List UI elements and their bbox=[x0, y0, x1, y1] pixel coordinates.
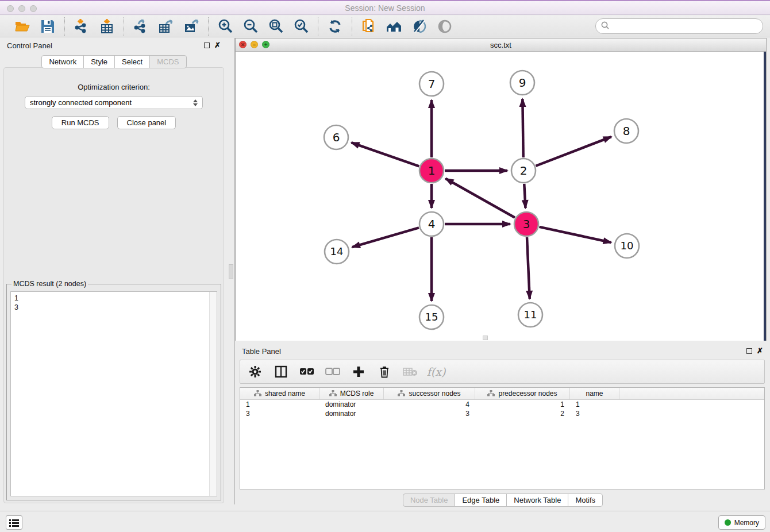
duplicate-network-icon[interactable] bbox=[360, 18, 378, 35]
node-6[interactable]: 6 bbox=[324, 125, 348, 149]
edge-2-9[interactable] bbox=[522, 99, 523, 157]
close-panel-icon[interactable]: ✗ bbox=[214, 43, 221, 48]
add-column-icon[interactable] bbox=[351, 364, 367, 380]
column-header-MCDS-role[interactable]: MCDS role bbox=[319, 388, 384, 399]
maximize-network-icon[interactable]: ＋ bbox=[262, 41, 270, 48]
minimize-network-icon[interactable]: − bbox=[251, 41, 258, 48]
column-header-predecessor-nodes[interactable]: predecessor nodes bbox=[475, 388, 570, 399]
edge-4-14[interactable] bbox=[352, 228, 419, 247]
svg-text:1: 1 bbox=[428, 164, 436, 178]
zoom-in-icon[interactable] bbox=[217, 18, 234, 35]
split-panel-icon[interactable] bbox=[273, 364, 289, 380]
cell-successor-nodes[interactable]: 3 bbox=[384, 409, 475, 418]
close-network-icon[interactable]: ✕ bbox=[239, 41, 247, 48]
select-all-icon[interactable] bbox=[299, 364, 315, 380]
node-3[interactable]: 3 bbox=[514, 212, 538, 236]
window-controls[interactable] bbox=[7, 5, 37, 12]
refresh-icon[interactable] bbox=[326, 18, 344, 35]
tab-node-table[interactable]: Node Table bbox=[403, 494, 456, 507]
tab-network-table[interactable]: Network Table bbox=[506, 494, 568, 507]
delete-icon[interactable] bbox=[376, 364, 392, 380]
network-overview-icon[interactable] bbox=[386, 18, 403, 35]
cell-shared-name[interactable]: 3 bbox=[240, 409, 319, 418]
export-image-icon[interactable] bbox=[183, 18, 200, 35]
close-panel-button[interactable]: Close panel bbox=[117, 116, 176, 129]
cell-MCDS-role[interactable]: dominator bbox=[319, 409, 384, 418]
edge-1-6[interactable] bbox=[351, 142, 419, 166]
close-window-icon[interactable] bbox=[7, 5, 14, 12]
edge-2-3[interactable] bbox=[524, 184, 525, 208]
network-graph[interactable]: 7968124314101511 bbox=[236, 52, 767, 341]
function-builder-icon[interactable]: f(x) bbox=[428, 364, 444, 380]
node-table[interactable]: shared nameMCDS rolesuccessor nodesprede… bbox=[240, 387, 765, 489]
deselect-all-icon[interactable] bbox=[325, 364, 341, 380]
node-10[interactable]: 10 bbox=[615, 234, 639, 258]
node-8[interactable]: 8 bbox=[614, 119, 638, 143]
cell-predecessor-nodes[interactable]: 1 bbox=[475, 400, 570, 409]
search-input[interactable] bbox=[610, 22, 763, 30]
eye-icon[interactable] bbox=[436, 18, 453, 35]
zoom-selected-icon[interactable] bbox=[292, 18, 310, 35]
node-11[interactable]: 11 bbox=[518, 303, 542, 327]
cell-MCDS-role[interactable]: dominator bbox=[319, 400, 384, 409]
hide-panel-icon[interactable] bbox=[411, 18, 428, 35]
panel-splitter[interactable] bbox=[228, 38, 235, 504]
edge-2-8[interactable] bbox=[536, 137, 611, 166]
mcds-result-list[interactable]: 13 bbox=[10, 291, 217, 496]
network-scrollbar[interactable] bbox=[764, 52, 766, 341]
resize-grip[interactable] bbox=[483, 336, 488, 340]
table-row[interactable]: 3dominator323 bbox=[240, 409, 764, 418]
delete-table-icon[interactable] bbox=[402, 364, 418, 380]
zoom-fit-icon[interactable] bbox=[267, 18, 284, 35]
network-canvas[interactable]: 7968124314101511 bbox=[236, 52, 766, 341]
minimize-window-icon[interactable] bbox=[18, 5, 25, 12]
app-title-bar: Session: New Session bbox=[0, 0, 770, 15]
cell-shared-name[interactable]: 1 bbox=[240, 400, 319, 409]
open-folder-icon[interactable] bbox=[14, 18, 31, 35]
cell-successor-nodes[interactable]: 4 bbox=[384, 400, 475, 409]
tab-network[interactable]: Network bbox=[41, 55, 84, 68]
criterion-dropdown[interactable]: strongly connected component bbox=[25, 96, 203, 109]
import-table-icon[interactable] bbox=[98, 18, 116, 35]
export-table-icon[interactable] bbox=[157, 18, 175, 35]
export-network-icon[interactable] bbox=[132, 18, 149, 35]
tab-edge-table[interactable]: Edge Table bbox=[455, 494, 507, 507]
node-7[interactable]: 7 bbox=[419, 72, 444, 96]
node-4[interactable]: 4 bbox=[419, 212, 444, 236]
memory-button[interactable]: Memory bbox=[718, 515, 765, 530]
run-mcds-button[interactable]: Run MCDS bbox=[52, 116, 109, 129]
column-header-successor-nodes[interactable]: successor nodes bbox=[384, 388, 475, 399]
zoom-window-icon[interactable] bbox=[30, 5, 37, 12]
float-table-panel-icon[interactable] bbox=[746, 348, 752, 354]
result-scrollbar[interactable] bbox=[209, 292, 217, 496]
tab-mcds[interactable]: MCDS bbox=[149, 55, 186, 68]
splitter-grip[interactable] bbox=[229, 264, 233, 279]
edge-3-1[interactable] bbox=[445, 179, 515, 218]
close-table-panel-icon[interactable]: ✗ bbox=[757, 348, 763, 354]
node-15[interactable]: 15 bbox=[419, 305, 444, 329]
cell-name[interactable]: 3 bbox=[570, 409, 619, 418]
zoom-out-icon[interactable] bbox=[242, 18, 259, 35]
column-type-icon bbox=[254, 390, 261, 397]
edge-3-10[interactable] bbox=[539, 227, 611, 242]
column-header-shared-name[interactable]: shared name bbox=[240, 388, 319, 399]
node-14[interactable]: 14 bbox=[325, 240, 349, 264]
tab-style[interactable]: Style bbox=[83, 55, 115, 68]
float-panel-icon[interactable] bbox=[204, 43, 210, 48]
column-header-name[interactable]: name bbox=[570, 388, 619, 399]
task-history-button[interactable] bbox=[6, 515, 22, 530]
tab-select[interactable]: Select bbox=[114, 55, 150, 68]
network-window-titlebar[interactable]: ✕ − ＋ scc.txt bbox=[236, 38, 766, 52]
tab-motifs[interactable]: Motifs bbox=[568, 494, 603, 507]
table-row[interactable]: 1dominator411 bbox=[240, 400, 764, 409]
node-2[interactable]: 2 bbox=[511, 159, 536, 183]
save-icon[interactable] bbox=[39, 18, 56, 35]
import-network-icon[interactable] bbox=[73, 18, 90, 35]
cell-name[interactable]: 1 bbox=[570, 400, 619, 409]
gear-icon[interactable] bbox=[247, 364, 263, 380]
search-box[interactable] bbox=[595, 18, 763, 34]
edge-3-11[interactable] bbox=[527, 237, 530, 299]
node-9[interactable]: 9 bbox=[510, 71, 534, 95]
cell-predecessor-nodes[interactable]: 2 bbox=[475, 409, 570, 418]
node-1[interactable]: 1 bbox=[419, 159, 444, 183]
